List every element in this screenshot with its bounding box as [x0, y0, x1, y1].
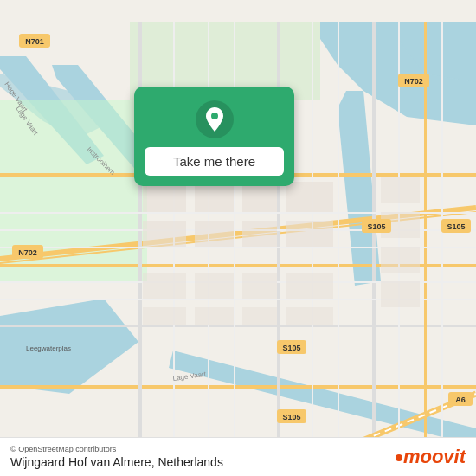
svg-rect-28 [143, 182, 186, 212]
svg-rect-47 [381, 281, 420, 307]
svg-rect-40 [143, 307, 186, 325]
location-label: Wijngaard Hof van Almere, Netherlands [10, 455, 223, 469]
svg-text:S105: S105 [282, 344, 300, 352]
svg-rect-29 [195, 182, 234, 212]
svg-rect-38 [242, 273, 277, 299]
svg-rect-32 [143, 221, 186, 247]
svg-rect-41 [195, 307, 234, 325]
osm-attribution: © OpenStreetMap contributors [10, 445, 223, 453]
svg-rect-34 [242, 221, 277, 247]
svg-text:N701: N701 [25, 37, 44, 46]
svg-rect-7 [0, 385, 476, 389]
svg-rect-37 [195, 273, 234, 299]
svg-text:A6: A6 [455, 396, 466, 404]
svg-text:N702: N702 [18, 248, 37, 257]
svg-rect-35 [286, 221, 333, 247]
svg-rect-44 [381, 177, 420, 203]
svg-rect-12 [372, 22, 376, 454]
bottom-bar: © OpenStreetMap contributors Wijngaard H… [0, 437, 476, 476]
bottom-info: © OpenStreetMap contributors Wijngaard H… [10, 445, 223, 469]
svg-rect-46 [381, 247, 420, 273]
svg-rect-33 [195, 221, 234, 247]
svg-rect-27 [441, 22, 443, 454]
svg-rect-39 [286, 273, 333, 299]
take-me-there-button[interactable]: Take me there [145, 147, 284, 176]
svg-rect-25 [338, 22, 339, 454]
svg-rect-6 [0, 325, 476, 327]
svg-rect-43 [286, 307, 333, 325]
moovit-logo: moovit [396, 446, 466, 468]
svg-rect-31 [286, 182, 333, 212]
svg-rect-30 [242, 182, 277, 212]
svg-text:S105: S105 [447, 222, 465, 231]
svg-rect-42 [242, 307, 277, 325]
svg-text:S105: S105 [282, 413, 300, 421]
map-container: N701 N702 N702 S105 S105 S105 S105 A6 Kn… [0, 0, 476, 476]
location-pin-icon [196, 100, 234, 138]
svg-point-71 [211, 113, 218, 119]
popup-card: Take me there [134, 87, 294, 186]
svg-text:Leegwaterplas: Leegwaterplas [26, 344, 71, 352]
moovit-brand-text: moovit [396, 446, 466, 468]
svg-text:N702: N702 [404, 77, 423, 86]
moovit-dot-icon [396, 454, 402, 461]
svg-rect-36 [143, 273, 186, 299]
svg-text:S105: S105 [367, 222, 385, 231]
